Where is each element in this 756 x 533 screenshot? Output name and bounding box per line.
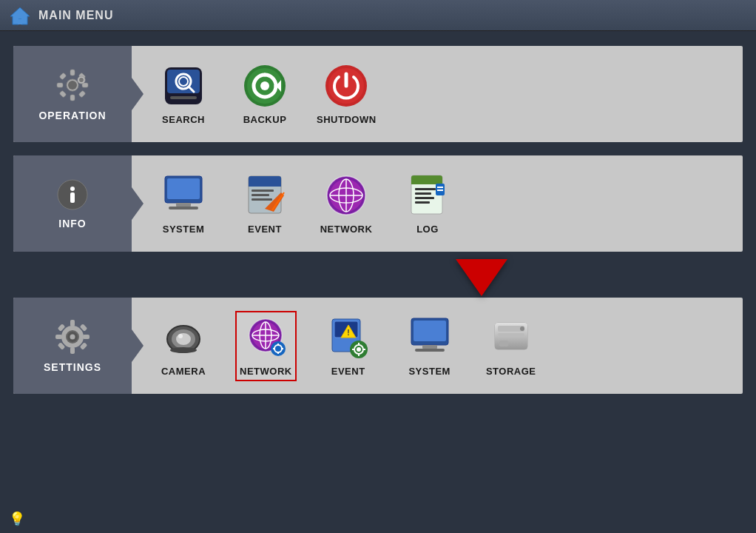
settings-label-column: SETTINGS (13, 298, 132, 394)
svg-text:!: ! (347, 329, 349, 337)
shutdown-label: SHUTDOWN (317, 114, 377, 125)
settings-label: SETTINGS (44, 361, 101, 373)
log-item[interactable]: LOG (398, 173, 457, 235)
settings-items: CAMERA (132, 298, 556, 394)
svg-rect-53 (415, 201, 430, 204)
event-info-item[interactable]: EVENT (235, 173, 294, 235)
event-info-label: EVENT (248, 224, 282, 235)
backup-icon (243, 64, 287, 108)
svg-rect-38 (252, 198, 272, 201)
info-items: SYSTEM EVENT (132, 155, 472, 252)
svg-rect-107 (498, 333, 524, 336)
search-item[interactable]: SEARCH (154, 64, 213, 125)
search-icon (161, 64, 206, 108)
search-label: SEARCH (162, 114, 205, 125)
camera-settings-item[interactable]: CAMERA (154, 315, 213, 377)
operation-section: OPERATION SEARCH (13, 46, 743, 142)
svg-point-13 (79, 78, 84, 82)
svg-rect-10 (78, 90, 86, 98)
svg-point-74 (170, 347, 197, 353)
svg-rect-101 (414, 321, 446, 341)
system-settings-icon (408, 315, 452, 360)
camera-settings-icon (161, 315, 206, 360)
backup-label: BACKUP (243, 114, 287, 125)
svg-rect-62 (55, 335, 62, 339)
event-settings-label: EVENT (331, 366, 365, 377)
svg-rect-52 (415, 197, 434, 199)
svg-point-108 (520, 326, 524, 331)
event-settings-item[interactable]: ! EVENT (319, 315, 378, 377)
system-info-icon (161, 173, 206, 218)
svg-rect-28 (70, 192, 75, 203)
storage-item[interactable]: STORAGE (482, 315, 541, 377)
svg-rect-7 (59, 73, 67, 80)
svg-rect-30 (167, 178, 200, 199)
svg-rect-36 (252, 190, 274, 192)
home-icon (9, 4, 31, 27)
system-settings-item[interactable]: SYSTEM (400, 315, 459, 377)
network-info-item[interactable]: NETWORK (317, 173, 376, 235)
svg-rect-4 (70, 95, 75, 101)
settings-gear-icon (54, 318, 91, 355)
storage-icon (489, 315, 533, 360)
svg-point-69 (70, 335, 75, 340)
svg-point-27 (70, 187, 75, 191)
svg-rect-1 (18, 19, 22, 24)
network-info-icon (324, 173, 368, 218)
system-settings-label: SYSTEM (408, 366, 450, 377)
log-icon (405, 173, 450, 218)
svg-rect-50 (415, 188, 436, 190)
network-settings-label: NETWORK (240, 366, 292, 377)
shutdown-icon (324, 64, 368, 108)
svg-rect-31 (176, 203, 191, 207)
system-info-item[interactable]: SYSTEM (154, 173, 213, 235)
svg-point-11 (68, 81, 77, 90)
svg-rect-35 (249, 183, 281, 187)
system-info-label: SYSTEM (163, 224, 204, 235)
svg-point-72 (176, 333, 191, 345)
svg-rect-60 (70, 320, 75, 326)
settings-section: SETTINGS CAMERA (13, 298, 743, 394)
network-info-label: NETWORK (320, 224, 373, 235)
network-settings-icon (243, 315, 288, 360)
svg-rect-32 (169, 207, 198, 209)
shutdown-item[interactable]: SHUTDOWN (317, 64, 377, 125)
operation-label: OPERATION (38, 110, 106, 121)
camera-settings-label: CAMERA (161, 366, 206, 377)
network-settings-item[interactable]: NETWORK (235, 311, 297, 381)
svg-rect-37 (252, 194, 269, 196)
svg-rect-9 (59, 90, 67, 98)
storage-label: STORAGE (486, 366, 536, 377)
header: MAIN MENU (0, 0, 756, 31)
svg-rect-109 (499, 341, 508, 346)
svg-rect-61 (70, 347, 75, 354)
arrow-indicator (13, 259, 743, 296)
operation-items: SEARCH BACKUP (132, 46, 391, 142)
down-arrow-icon (456, 259, 507, 296)
svg-rect-19 (170, 96, 197, 99)
info-section-icon (56, 178, 90, 212)
info-section: INFO SYSTEM (13, 155, 743, 252)
svg-point-95 (357, 347, 361, 352)
operation-label-column: OPERATION (13, 46, 132, 142)
svg-rect-103 (415, 349, 445, 352)
svg-rect-102 (422, 345, 437, 349)
svg-rect-63 (83, 335, 90, 339)
log-label: LOG (416, 224, 439, 235)
svg-rect-3 (70, 70, 75, 76)
footer: 💡 (9, 511, 25, 527)
svg-point-23 (260, 81, 269, 90)
main-menu-title: MAIN MENU (38, 9, 113, 22)
main-content: OPERATION SEARCH (0, 31, 756, 409)
info-label-column: INFO (13, 155, 132, 252)
info-label: INFO (58, 218, 86, 229)
event-info-icon (243, 173, 287, 218)
svg-point-73 (178, 334, 183, 338)
backup-item[interactable]: BACKUP (235, 64, 294, 125)
svg-rect-5 (57, 83, 63, 87)
bulb-icon: 💡 (9, 512, 25, 526)
operation-gear-icon (54, 67, 91, 104)
svg-rect-51 (415, 192, 431, 195)
event-settings-icon: ! (326, 315, 371, 360)
